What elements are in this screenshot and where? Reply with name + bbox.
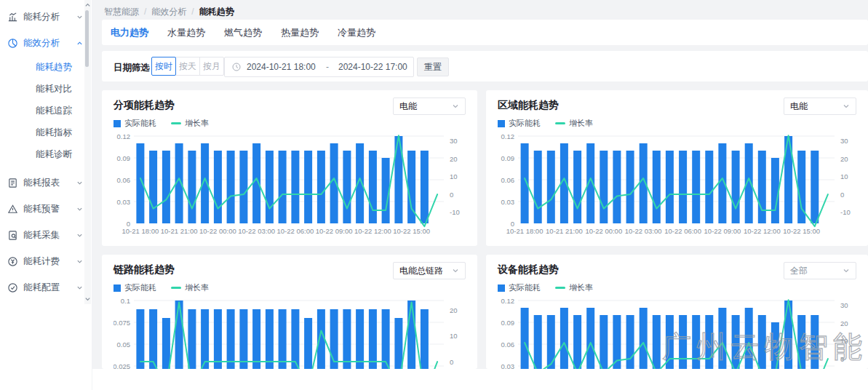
chevron-down-icon [76, 180, 83, 186]
panel-title: 设备能耗趋势 [498, 263, 559, 276]
svg-text:0.06: 0.06 [501, 341, 515, 349]
legend-label: 增长率 [569, 118, 593, 129]
sidebar-item-label: 能耗诊断 [36, 148, 72, 161]
link-select[interactable]: 电能总链路 [393, 262, 466, 279]
svg-text:10-22 03:00: 10-22 03:00 [625, 227, 662, 235]
date-end-value: 2024-10-22 17:00 [338, 62, 408, 72]
chevron-down-icon [76, 14, 83, 20]
chevron-up-icon [76, 40, 83, 47]
svg-text:10-22 06:00: 10-22 06:00 [664, 227, 701, 235]
tab-gas-trend[interactable]: 燃气趋势 [224, 26, 262, 39]
sidebar-item-label: 能耗趋势 [36, 61, 72, 73]
pie-chart-icon [7, 38, 18, 49]
sidebar-item-energy-analysis[interactable]: 能耗分析 [0, 4, 92, 30]
sidebar-item-energy-config[interactable]: 能耗配置 [0, 274, 92, 301]
sidebar-item-energy-index[interactable]: 能耗指标 [0, 122, 92, 143]
tab-heat-trend[interactable]: 热量趋势 [281, 26, 319, 39]
sidebar-item-energy-collect[interactable]: 能耗采集 [0, 222, 92, 248]
sidebar-item-energy-diagnosis[interactable]: 能耗诊断 [0, 143, 92, 165]
svg-text:-10: -10 [450, 208, 460, 216]
svg-text:0: 0 [450, 358, 453, 366]
legend-item-growth[interactable]: 增长率 [555, 282, 593, 293]
energy-type-select[interactable]: 电能 [784, 98, 856, 115]
panel-title: 分项能耗趋势 [114, 99, 175, 112]
sidebar-item-energy-trace[interactable]: 能耗追踪 [0, 100, 92, 122]
date-filter-bar: 日期筛选 按时 按天 按月 2024-10-21 18:00 - 2024-10… [102, 51, 868, 81]
select-value: 全部 [790, 265, 808, 277]
svg-text:10: 10 [450, 332, 458, 340]
scroll-down-icon[interactable] [84, 295, 91, 303]
sidebar-item-efficiency-analysis[interactable]: 能效分析 [0, 30, 92, 56]
date-separator: - [316, 62, 338, 72]
breadcrumb-item[interactable]: 能效分析 [151, 7, 186, 17]
breadcrumb-item[interactable]: 智慧能源 [104, 7, 139, 17]
mode-by-day-button[interactable]: 按天 [175, 57, 200, 76]
device-select[interactable]: 全部 [784, 262, 856, 279]
config-icon [7, 282, 18, 293]
date-range-input[interactable]: 2024-10-21 18:00 - 2024-10-22 17:00 [224, 57, 414, 77]
chevron-down-icon [76, 258, 83, 265]
tab-cooling-trend[interactable]: 冷量趋势 [338, 26, 375, 39]
svg-text:10: 10 [840, 337, 848, 345]
tab-electric-trend[interactable]: 电力趋势 [111, 26, 148, 39]
legend-label: 实际能耗 [124, 282, 156, 293]
svg-text:0.12: 0.12 [501, 132, 515, 140]
billing-icon [7, 256, 18, 267]
scrollbar-thumb[interactable] [85, 10, 89, 67]
sidebar-item-energy-compare[interactable]: 能耗对比 [0, 78, 92, 100]
legend-item-actual[interactable]: 实际能耗 [114, 118, 156, 129]
svg-text:0: 0 [840, 191, 844, 199]
legend-item-actual[interactable]: 实际能耗 [498, 118, 541, 129]
date-mode-group: 按时 按天 按月 [151, 57, 224, 76]
legend-item-growth[interactable]: 增长率 [555, 118, 593, 129]
sidebar-item-energy-billing[interactable]: 能耗计费 [0, 248, 92, 274]
chart-legend: 实际能耗 增长率 [498, 282, 593, 293]
mode-by-hour-button[interactable]: 按时 [151, 57, 176, 76]
sidebar-item-label: 能耗指标 [36, 127, 72, 139]
sidebar-submenu: 能耗趋势 能耗对比 能耗追踪 能耗指标 能耗诊断 [0, 56, 92, 165]
svg-text:10-22 12:00: 10-22 12:00 [354, 227, 391, 235]
legend-item-growth[interactable]: 增长率 [171, 118, 209, 129]
legend-line-swatch [555, 287, 565, 289]
mode-by-month-button[interactable]: 按月 [199, 57, 224, 76]
sidebar-scrollbar[interactable] [84, 0, 91, 304]
svg-text:10-22 03:00: 10-22 03:00 [238, 227, 275, 235]
chart-svg: 00.030.060.090.12-10010203010-21 18:0010… [498, 128, 856, 237]
breadcrumb-separator: / [191, 7, 194, 17]
chart-legend: 实际能耗 增长率 [498, 118, 593, 129]
svg-text:0: 0 [511, 220, 514, 228]
legend-item-actual[interactable]: 实际能耗 [498, 282, 541, 293]
legend-label: 增长率 [185, 282, 209, 293]
sidebar-item-energy-trend[interactable]: 能耗趋势 [0, 56, 92, 78]
main-content: 智慧能源/能效分析/能耗趋势 电力趋势 水量趋势 燃气趋势 热量趋势 冷量趋势 … [92, 0, 868, 369]
legend-item-growth[interactable]: 增长率 [171, 282, 209, 293]
legend-label: 增长率 [569, 282, 593, 293]
legend-label: 实际能耗 [124, 118, 156, 129]
chart-canvas: 00.030.060.090.12-10010203010-21 18:0010… [114, 128, 466, 237]
energy-type-select[interactable]: 电能 [393, 98, 466, 115]
chart-canvas: 00.030.060.090.12-10010203010-21 18:0010… [498, 128, 856, 237]
legend-line-swatch [171, 287, 181, 289]
legend-item-actual[interactable]: 实际能耗 [114, 282, 156, 293]
svg-text:0.03: 0.03 [117, 198, 131, 206]
svg-text:0.1: 0.1 [121, 297, 130, 305]
scroll-up-icon[interactable] [84, 1, 91, 9]
trend-tabs: 电力趋势 水量趋势 燃气趋势 热量趋势 冷量趋势 [102, 20, 868, 45]
svg-text:10: 10 [450, 172, 458, 180]
clock-icon [232, 63, 241, 71]
date-start-value: 2024-10-21 18:00 [247, 62, 316, 72]
svg-text:30: 30 [840, 137, 848, 145]
legend-label: 实际能耗 [509, 118, 541, 129]
breadcrumb-current: 能耗趋势 [199, 7, 234, 17]
tab-water-trend[interactable]: 水量趋势 [167, 26, 205, 39]
svg-text:0.05: 0.05 [117, 341, 131, 349]
svg-text:0.06: 0.06 [117, 176, 131, 184]
sidebar-item-label: 能耗预警 [23, 203, 60, 215]
chevron-down-icon [76, 232, 83, 239]
sidebar-item-energy-report[interactable]: 能耗报表 [0, 170, 92, 196]
svg-text:10-22 00:00: 10-22 00:00 [199, 227, 236, 235]
sidebar-item-energy-alarm[interactable]: 能耗预警 [0, 196, 92, 222]
sidebar-item-label: 能效分析 [23, 37, 60, 49]
reset-button[interactable]: 重置 [417, 57, 449, 76]
svg-text:10-21 21:00: 10-21 21:00 [546, 227, 583, 235]
